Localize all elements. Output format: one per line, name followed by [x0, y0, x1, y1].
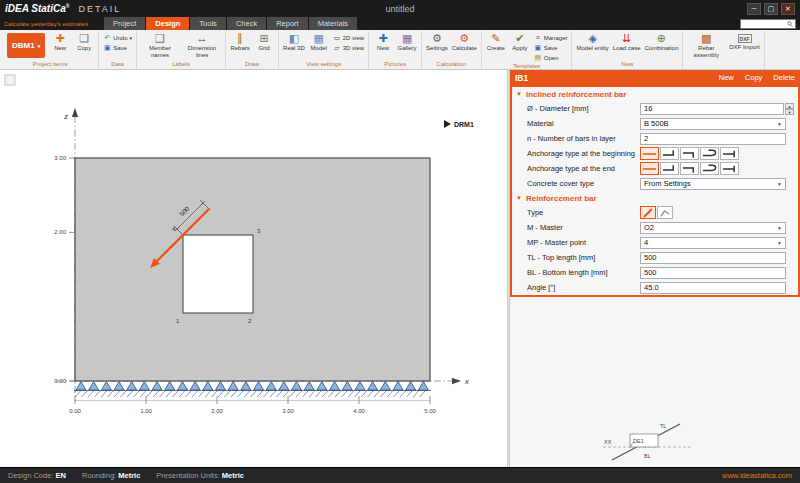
copy-project-item-icon: ❏ — [79, 32, 89, 44]
ribbon-button-copy-project-item[interactable]: ❏Copy — [72, 31, 96, 60]
section-header-inclined-reinforcement-bar[interactable]: ▼Inclined reinforcement bar — [512, 87, 798, 101]
anchorage-option-head[interactable] — [720, 147, 739, 160]
bar-type-option-inclined-bar[interactable] — [640, 206, 656, 219]
anchorage-option-hook-up[interactable] — [660, 162, 679, 175]
support-triangle — [152, 382, 162, 391]
combo-concrete-cover-type[interactable]: From Settings▼ — [640, 178, 786, 190]
dropdown-caret-icon: ▾ — [130, 35, 133, 41]
template-manager-icon: ≡ — [534, 34, 542, 41]
anchorage-option-head[interactable] — [720, 162, 739, 175]
ribbon-group-buttons: ↶Undo▾▣Save — [101, 31, 134, 60]
ribbon-button-label: Rebars — [230, 45, 249, 52]
view-cube[interactable] — [5, 75, 15, 85]
search-box[interactable] — [740, 19, 796, 29]
panel-action-new[interactable]: New — [719, 73, 734, 82]
input-tl-top-length-mm[interactable]: 500 — [640, 252, 786, 264]
anchorage-option-hook-down[interactable] — [680, 162, 699, 175]
canvas-area[interactable]: z x 1 2 3 4 — [0, 70, 507, 467]
support-triangle — [165, 382, 175, 391]
diagram-angle-label: XX — [604, 439, 612, 445]
model-icon: ▦ — [314, 32, 324, 44]
input-bl-bottom-length-mm[interactable]: 500 — [640, 267, 786, 279]
support-triangle — [368, 382, 378, 391]
ribbon-button-template-open[interactable]: ▤Open — [534, 53, 568, 62]
ribbon-button-model-entity[interactable]: ◈Model entity — [574, 31, 610, 60]
ribbon-button-rebars[interactable]: ∥Rebars — [228, 31, 252, 60]
anchorage-option-loop[interactable] — [700, 147, 719, 160]
support-triangle — [330, 382, 340, 391]
ribbon-button-dxf-import[interactable]: DXFDXF Import — [727, 31, 762, 60]
anchorage-option-hook-down[interactable] — [680, 147, 699, 160]
property-row-anchorage-type-at-the-end: Anchorage type at the end — [512, 161, 798, 176]
close-button[interactable]: ✕ — [781, 3, 795, 15]
x-tick-label: 4.00 — [353, 408, 365, 414]
ribbon-button-member-names[interactable]: ❑Member names — [139, 31, 181, 60]
tab-materials[interactable]: Materials — [309, 17, 357, 30]
combo-mp-master-point[interactable]: 4▼ — [640, 237, 786, 249]
collapse-icon: ▼ — [516, 91, 522, 97]
tab-report[interactable]: Report — [267, 17, 308, 30]
bar-type-option-general-shape[interactable] — [657, 206, 673, 219]
field-value: 45.0 — [644, 283, 782, 292]
ribbon-group-view-settings: ◧Real 3D▦Model▭2D view▱3D viewView setti… — [279, 31, 369, 69]
ribbon-button-template-manager[interactable]: ≡Manager — [534, 33, 568, 42]
search-input[interactable] — [743, 20, 787, 28]
tab-tools[interactable]: Tools — [190, 17, 226, 30]
ribbon-button-model[interactable]: ▦Model — [307, 31, 331, 60]
ribbon-button-save[interactable]: ▣Save — [103, 43, 132, 52]
ribbon-group-project-items: DBM1▾✚New❏CopyProject items — [2, 31, 99, 69]
maximize-button[interactable]: ▢ — [764, 3, 778, 15]
tagline: Calculate yesterday's estimates — [4, 17, 104, 30]
ribbon-button-combination[interactable]: ⊕Combination — [643, 31, 681, 60]
spin-field-diameter-mm[interactable]: 16 — [640, 103, 784, 115]
ribbon-button-load-case[interactable]: ⇊Load case — [611, 31, 643, 60]
ribbon-button-label: Real 3D — [283, 45, 305, 52]
section-header-reinforcement-bar[interactable]: ▼Reinforcement bar — [512, 191, 798, 205]
tab-design[interactable]: Design — [146, 17, 189, 30]
ribbon-button-settings[interactable]: ⚙Settings — [424, 31, 450, 60]
input-angle[interactable]: 45.0 — [640, 282, 786, 294]
ribbon-button-real-3d[interactable]: ◧Real 3D — [281, 31, 307, 60]
tab-check[interactable]: Check — [227, 17, 266, 30]
ribbon-group-caption — [685, 60, 762, 69]
ribbon-button-dbm1[interactable]: DBM1▾ — [7, 33, 45, 58]
anchorage-option-hook-up[interactable] — [660, 147, 679, 160]
combo-material[interactable]: B 500B▼ — [640, 118, 786, 130]
anchorage-option-straight[interactable] — [640, 162, 659, 175]
ribbon-button-2d-view[interactable]: ▭2D view — [333, 33, 364, 42]
website-link[interactable]: www.ideastatica.com — [722, 471, 792, 480]
ribbon-button-label: Dimension lines — [183, 45, 221, 59]
opening[interactable] — [183, 235, 253, 313]
ribbon-button-dimension-lines[interactable]: ↔Dimension lines — [181, 31, 223, 60]
spin-down-button[interactable]: ▼ — [785, 109, 794, 115]
anchorage-option-straight[interactable] — [640, 147, 659, 160]
ribbon-button-gallery[interactable]: ▦Gallery — [395, 31, 419, 60]
ribbon-button-apply-template[interactable]: ✔Apply — [508, 31, 532, 62]
ribbon-button-label: Grid — [258, 45, 269, 52]
minimize-button[interactable]: ─ — [747, 3, 761, 15]
combo-m-master[interactable]: O2▼ — [640, 222, 786, 234]
anchorage-option-loop[interactable] — [700, 162, 719, 175]
panel-action-delete[interactable]: Delete — [773, 73, 795, 82]
hook-up-anchor-icon — [662, 164, 677, 174]
panel-action-copy[interactable]: Copy — [745, 73, 763, 82]
ribbon-button-3d-view[interactable]: ▱3D view — [333, 43, 364, 52]
ribbon-button-new-picture[interactable]: ✚New — [371, 31, 395, 60]
ribbon-button-template-save[interactable]: ▣Save — [534, 43, 568, 52]
section-title: Reinforcement bar — [526, 194, 597, 203]
ribbon-button-grid[interactable]: ⊞Grid — [252, 31, 276, 60]
spinner: ▲▼ — [785, 103, 794, 115]
tab-project[interactable]: Project — [104, 17, 145, 30]
ribbon-button-label: Manager — [544, 35, 568, 41]
view-label[interactable]: DRM1 — [444, 120, 474, 128]
drawing-viewport[interactable]: z x 1 2 3 4 — [0, 70, 507, 467]
ribbon-button-undo[interactable]: ↶Undo▾ — [103, 33, 132, 42]
ribbon-button-calculate[interactable]: ⚙Calculate — [450, 31, 479, 60]
ribbon-button-new-project-item[interactable]: ✚New — [48, 31, 72, 60]
ribbon-button-label: 3D view — [343, 45, 364, 51]
2d-view-icon: ▭ — [333, 34, 341, 42]
ribbon-button-create-template[interactable]: ✎Create — [484, 31, 508, 62]
input-n-number-of-bars-in-layer[interactable]: 2 — [640, 133, 786, 145]
ribbon-button-rebar-assembly[interactable]: ▩Rebar assembly — [685, 31, 727, 60]
ribbon-group-buttons: ▩Rebar assemblyDXFDXF Import — [685, 31, 762, 60]
